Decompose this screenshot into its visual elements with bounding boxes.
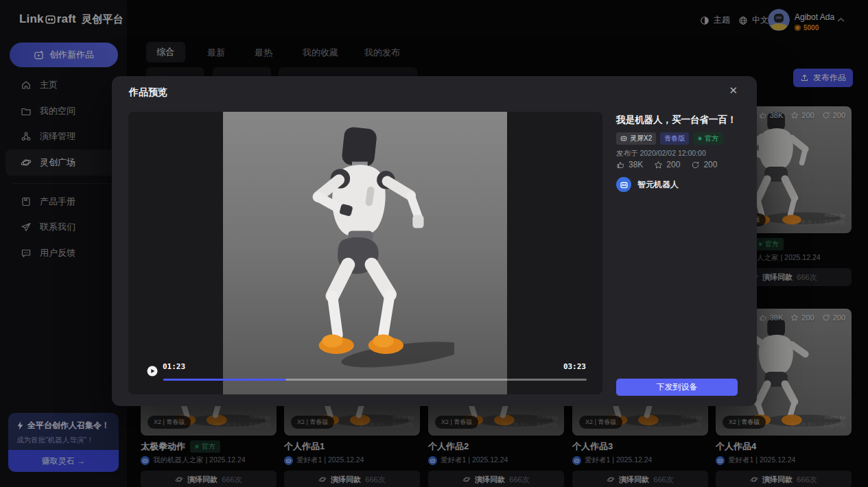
- official-badge: 官方: [693, 132, 723, 145]
- play-button[interactable]: [147, 366, 158, 377]
- seek-bar[interactable]: [163, 379, 587, 381]
- seek-fill: [163, 379, 286, 381]
- edition-tag: 青春版: [660, 132, 689, 145]
- work-stats: 38K 200 200: [616, 160, 717, 169]
- official-dot-icon: [698, 136, 702, 141]
- current-time: 01:23: [163, 362, 185, 371]
- work-author[interactable]: 智元机器人: [616, 177, 679, 192]
- author-avatar-icon: [616, 177, 631, 192]
- deploy-to-device-button[interactable]: 下发到设备: [616, 379, 738, 396]
- repost-stat: 200: [691, 160, 717, 169]
- likes-stat: 38K: [616, 160, 643, 169]
- close-icon[interactable]: ✕: [729, 84, 738, 97]
- video-player[interactable]: 01:23 03:23: [128, 112, 602, 394]
- total-time: 03:23: [563, 362, 586, 371]
- robot-screen-icon: [620, 135, 627, 142]
- modal-title: 作品预览: [129, 86, 167, 99]
- video-frame: [223, 112, 507, 394]
- work-tags: 灵犀X2 青春版 官方: [616, 132, 723, 145]
- work-preview-modal: 作品预览 ✕: [112, 76, 757, 406]
- author-name: 智元机器人: [637, 179, 679, 191]
- model-tag: 灵犀X2: [616, 132, 656, 145]
- app-root: 主题 中文 Agibot Ada 5000 综合 最新 最热 我的收藏 我的发布…: [0, 0, 868, 487]
- favorite-stat: 200: [654, 160, 680, 169]
- work-title: 我是机器人，买一台省一百！: [616, 114, 737, 126]
- publish-date: 发布于 2020/02/02 12:00:00: [616, 149, 706, 158]
